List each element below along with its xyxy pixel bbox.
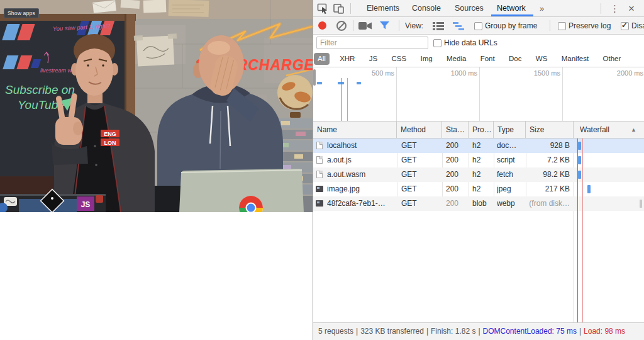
- preserve-log-label[interactable]: Preserve log: [569, 17, 611, 35]
- summary-separator: |: [579, 327, 581, 336]
- request-method: GET: [401, 139, 439, 153]
- sort-ascending-icon: ▲: [631, 122, 636, 138]
- summary-requests: 5 requests: [318, 327, 353, 336]
- summary-finish: Finish: 1.82 s: [431, 327, 475, 336]
- group-by-frame-checkbox[interactable]: [474, 22, 482, 30]
- column-header-method[interactable]: Method: [397, 122, 442, 138]
- waterfall-bar: [578, 171, 581, 179]
- request-protocol: h2: [472, 182, 492, 196]
- capture-screenshots-icon[interactable]: [358, 21, 372, 32]
- waterfall-bar: [587, 185, 591, 193]
- request-row-aoutwasm[interactable]: a.out.wasm GET 200 h2 fetch 98.2 KB: [313, 167, 644, 182]
- request-name: image.jpg: [327, 182, 395, 196]
- type-filter-font[interactable]: Font: [477, 53, 499, 65]
- timeline-overview[interactable]: 500 ms 1000 ms 1500 ms 2000 ms: [313, 67, 644, 122]
- type-filter-js[interactable]: JS: [365, 53, 381, 65]
- load-marker-line: [347, 78, 348, 121]
- disable-cache-label[interactable]: Disable cache: [631, 17, 644, 35]
- request-size: 217 KB: [526, 182, 570, 196]
- disable-cache-checkbox[interactable]: [621, 22, 629, 30]
- divider: [350, 3, 351, 14]
- waterfall-bar: [578, 156, 581, 164]
- hide-data-urls-label[interactable]: Hide data URLs: [444, 35, 497, 51]
- request-row-aoutjs[interactable]: a.out.js GET 200 h2 script 7.2 KB: [313, 153, 644, 167]
- column-header-status[interactable]: Sta…: [442, 122, 469, 138]
- filter-row: Hide data URLs: [313, 35, 644, 51]
- active-tab-underline: [491, 14, 533, 16]
- type-filter-media[interactable]: Media: [443, 53, 470, 65]
- kebab-menu-icon[interactable]: ⋮: [610, 0, 619, 17]
- patch-text-1: ENG: [104, 131, 116, 137]
- load-marker-line: [582, 139, 583, 322]
- request-status: 200: [446, 196, 467, 211]
- subscribe-text-1: Subscribe on: [5, 83, 75, 96]
- summary-transferred: 323 KB transferred: [360, 327, 424, 336]
- type-filter-other[interactable]: Other: [599, 53, 625, 65]
- requests-table-body: localhost GET 200 h2 doc… 928 B a.out.js…: [313, 139, 644, 322]
- devtools-tabbar: Elements Console Sources Network » ⋮ ×: [313, 0, 644, 17]
- summary-domcontentloaded: DOMContentLoaded: 75 ms: [483, 327, 577, 336]
- group-by-frame-label[interactable]: Group by frame: [485, 17, 537, 35]
- overview-request-mark: [357, 82, 361, 84]
- request-type: script: [497, 153, 525, 167]
- resource-type-filters: All XHR JS CSS Img Media Font Doc WS Man…: [313, 51, 644, 67]
- inspect-element-icon[interactable]: [317, 3, 329, 16]
- laptop-silver: [179, 169, 304, 212]
- type-filter-xhr[interactable]: XHR: [336, 53, 358, 65]
- summary-load: Load: 98 ms: [584, 327, 625, 336]
- request-name: localhost: [327, 139, 395, 153]
- summary-separator: |: [426, 327, 428, 336]
- request-method: GET: [401, 182, 439, 196]
- record-button[interactable]: [318, 21, 326, 30]
- document-icon: [316, 171, 323, 178]
- taped-sketch: [134, 33, 178, 66]
- overview-resize-handle[interactable]: [313, 69, 316, 86]
- view-list-icon[interactable]: [433, 22, 444, 32]
- overview-tick: 2000 ms: [563, 67, 644, 121]
- preserve-log-checkbox[interactable]: [558, 22, 566, 30]
- network-toolbar: View: Group by frame Preserve log Disabl…: [313, 17, 644, 35]
- type-filter-doc[interactable]: Doc: [505, 53, 525, 65]
- request-size: (from disk…: [526, 196, 570, 211]
- image-icon: [316, 200, 323, 207]
- video-frame: SUPERCHARGED SUPERCHARGED: [0, 0, 313, 212]
- type-filter-img[interactable]: Img: [417, 53, 436, 65]
- type-filter-manifest[interactable]: Manifest: [558, 53, 592, 65]
- screen: SUPERCHARGED SUPERCHARGED: [0, 0, 644, 340]
- request-protocol: h2: [472, 139, 492, 153]
- hide-data-urls-checkbox[interactable]: [433, 39, 441, 47]
- clear-icon[interactable]: [336, 21, 347, 31]
- request-protocol: h2: [472, 153, 492, 167]
- js-sticker-text: JS: [81, 200, 91, 209]
- request-status: 200: [446, 167, 467, 182]
- tab-console[interactable]: Console: [412, 0, 441, 17]
- column-header-size[interactable]: Size: [526, 122, 574, 138]
- overview-tick: 1000 ms: [397, 67, 480, 121]
- type-filter-all[interactable]: All: [314, 53, 330, 65]
- tab-sources[interactable]: Sources: [455, 0, 484, 17]
- view-label: View:: [405, 17, 423, 35]
- filter-funnel-icon[interactable]: [379, 21, 390, 33]
- request-protocol: blob: [472, 196, 492, 211]
- request-type: jpeg: [497, 182, 525, 196]
- request-size: 98.2 KB: [526, 167, 570, 182]
- request-row-blob[interactable]: 48f2cafa-7eb1-… GET 200 blob webp (from …: [313, 196, 644, 211]
- column-header-name[interactable]: Name: [313, 122, 397, 138]
- request-method: GET: [401, 196, 439, 211]
- request-row-localhost[interactable]: localhost GET 200 h2 doc… 928 B: [313, 139, 644, 153]
- request-row-imagejpg[interactable]: image.jpg GET 200 h2 jpeg 217 KB: [313, 182, 644, 196]
- request-protocol: h2: [472, 167, 492, 182]
- filter-input[interactable]: [316, 37, 428, 49]
- close-devtools-icon[interactable]: ×: [628, 0, 635, 17]
- type-filter-ws[interactable]: WS: [532, 53, 552, 65]
- device-toolbar-icon[interactable]: [333, 3, 345, 16]
- summary-separator: |: [356, 327, 358, 336]
- tab-elements[interactable]: Elements: [367, 0, 399, 17]
- column-header-protocol[interactable]: Pro…: [469, 122, 494, 138]
- divider: [550, 20, 550, 31]
- request-name: 48f2cafa-7eb1-…: [327, 196, 395, 211]
- view-waterfall-icon[interactable]: [453, 22, 465, 32]
- column-header-type[interactable]: Type: [494, 122, 526, 138]
- type-filter-css[interactable]: CSS: [388, 53, 411, 65]
- more-tabs-icon[interactable]: »: [540, 0, 544, 17]
